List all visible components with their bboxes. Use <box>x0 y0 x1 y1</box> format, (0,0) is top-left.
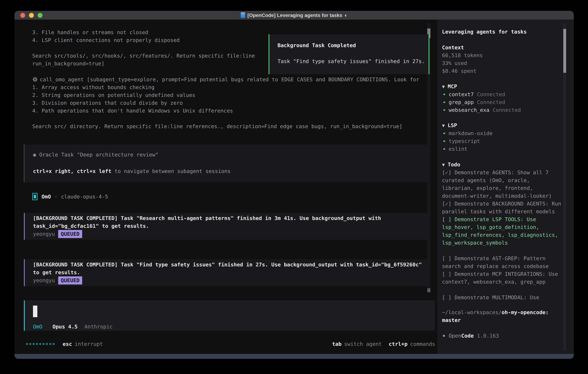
todo-item: [✓] Demonstrate BACKGROUND AGENTS: Run p… <box>442 200 564 216</box>
context-stat: 33% used <box>442 59 564 67</box>
context-stat: 66,518 tokens <box>442 52 564 59</box>
message-block: [BACKGROUND TASK COMPLETED] Task "Find t… <box>24 259 429 286</box>
tool-call-line: Search src/ directory. Return specific f… <box>32 123 419 130</box>
title-bar: [OpenCode] Leveraging agents for tasks ◐ <box>14 11 574 20</box>
lsp-section-header[interactable]: ▼LSP <box>442 122 564 129</box>
sidebar: Leveraging agents for tasks Context 66,5… <box>437 20 574 354</box>
mcp-item: context7Connected <box>442 91 564 98</box>
shortcut-key-ctrlp: ctrl+p <box>389 341 408 347</box>
spinner-dot-icon <box>43 343 44 345</box>
sidebar-scrollbar[interactable] <box>563 23 566 350</box>
message-text: [BACKGROUND TASK COMPLETED] Task "Find t… <box>33 261 423 276</box>
brand-dim: Open <box>449 332 461 340</box>
chevron-down-icon: ▼ <box>442 84 445 89</box>
shortcut-label-interrupt: interrupt <box>75 341 103 347</box>
oracle-task-heading: ◉ Oracle Task "Deep architecture review" <box>33 151 429 159</box>
status-badge: QUEUED <box>58 230 82 238</box>
chevron-down-icon: ▼ <box>442 162 445 167</box>
spinner-dot-icon <box>36 343 38 345</box>
traffic-lights <box>20 13 42 18</box>
lsp-item: eslint <box>442 145 564 153</box>
tool-call-line: 2. String operations on potentially unde… <box>32 91 419 99</box>
zoom-button[interactable] <box>38 13 42 18</box>
agent-icon <box>32 193 37 200</box>
session-title: Leveraging agents for tasks <box>442 28 564 36</box>
oracle-task-panel: ◉ Oracle Task "Deep architecture review"… <box>24 145 429 182</box>
workspace-path: ~/local-workspaces/oh-my-opencode: <box>442 309 564 316</box>
version-row: Open Code 1.0.163 <box>442 332 564 340</box>
connected-dot-icon <box>443 140 445 142</box>
connected-dot-icon <box>443 148 445 150</box>
connected-dot-icon <box>443 133 445 134</box>
scrollback-output: 3. File handles or streams not closed4. … <box>32 29 255 68</box>
main-scrollbar-indicator <box>427 288 430 292</box>
hint-text: to navigate between subagent sessions <box>111 168 231 174</box>
spinner-dots <box>26 343 54 345</box>
connected-dot-icon <box>443 94 445 95</box>
sidebar-scrollbar-thumb[interactable] <box>563 29 566 73</box>
spinner-dot-icon <box>33 343 35 345</box>
background-task-notification: Background Task Completed Task "Find typ… <box>269 34 430 74</box>
app-window: [OpenCode] Leveraging agents for tasks ◐… <box>14 11 574 359</box>
status-bar: esc interrupt tab switch agent ctrl+p co… <box>26 340 435 348</box>
context-stats: 66,518 tokens33% used$0.46 spent <box>442 52 564 75</box>
loader-icon: ◐ <box>345 12 348 18</box>
shortcut-pair: ctrl+p commands <box>389 341 435 347</box>
mcp-list: context7Connectedgrep_appConnectedwebsea… <box>442 91 564 114</box>
window-title: [OpenCode] Leveraging agents for tasks <box>247 12 342 18</box>
minimize-button[interactable] <box>29 13 34 18</box>
output-line: run_in_background=true] <box>32 60 255 68</box>
mcp-section-header[interactable]: ▼MCP <box>442 83 564 91</box>
model-short-label: OmO <box>33 324 42 330</box>
connected-dot-icon <box>443 102 445 103</box>
tool-call-line <box>32 115 419 123</box>
mcp-item: grep_appConnected <box>442 98 564 106</box>
tool-call-line: 4. Path operations that don't handle Win… <box>32 107 419 115</box>
hint-keys: ctrl+x right, ctrl+x left <box>33 168 111 174</box>
input-model-footer: OmO Opus 4.5 Anthropic <box>33 323 113 330</box>
message-author: yeongyu <box>33 230 55 238</box>
prompt-input[interactable]: OmO Opus 4.5 Anthropic <box>24 300 435 331</box>
spinner-dot-icon <box>53 343 54 345</box>
todo-item: [ ] Demonstrate AST-GREP: Pattern search… <box>442 255 564 270</box>
todo-section-header[interactable]: ▼Todo <box>442 161 564 169</box>
status-badge: QUEUED <box>58 276 82 284</box>
output-line: 3. File handles or streams not closed <box>32 29 255 36</box>
model-provider-label: Anthropic <box>84 324 113 330</box>
brand-bold: Code <box>461 332 474 340</box>
lsp-item: typescript <box>442 137 564 145</box>
tool-call-line: 1. Array access without bounds checking <box>32 83 419 91</box>
shortcut-pair: tab switch agent <box>332 341 382 347</box>
todo-item: [✓] Demonstrate AGENTS: Show all 7 curat… <box>442 169 564 200</box>
todo-item: [ ] Demonstrate MULTIMODAL: Use <box>442 294 564 301</box>
model-name-label: Opus 4.5 <box>52 324 78 330</box>
spinner-dot-icon <box>39 343 41 345</box>
notification-title: Background Task Completed <box>277 42 429 49</box>
agent-header: OmO · claude-opus-4-5 <box>32 192 108 201</box>
tool-call-output: call_omo_agent [subagent_type=explore, p… <box>32 76 419 130</box>
lsp-item: markdown-oxide <box>442 129 564 137</box>
tool-call-line: 3. Division operations that could divide… <box>32 99 419 107</box>
separator-dot: · <box>54 194 58 200</box>
lsp-list: markdown-oxidetypescripteslint <box>442 129 564 153</box>
notification-body: Task "Find type safety issues" finished … <box>277 57 429 65</box>
document-icon <box>241 12 245 18</box>
close-button[interactable] <box>20 13 25 18</box>
window-bottom-bar <box>14 354 574 359</box>
message-author: yeongyu <box>33 277 55 284</box>
status-dot-icon <box>443 335 445 337</box>
todo-item: [ ] Demonstrate MCP INTEGRATIONS: Use co… <box>442 270 564 286</box>
message-text: [BACKGROUND TASK COMPLETED] Task "Resear… <box>33 214 423 230</box>
output-line: 4. LSP client connections not properly d… <box>32 36 255 44</box>
tool-call-line: call_omo_agent [subagent_type=explore, p… <box>32 76 419 83</box>
text-cursor <box>33 306 37 317</box>
shortcut-label-switch-agent: switch agent <box>344 341 382 347</box>
version-number: 1.0.163 <box>477 332 499 340</box>
chevron-down-icon: ▼ <box>442 123 445 128</box>
todo-item: [ ] Demonstrate LSP TOOLS: Use lsp_hover… <box>442 216 564 247</box>
subagent-navigation-hint: ctrl+x right, ctrl+x left to navigate be… <box>33 167 429 175</box>
shortcut-key-tab: tab <box>332 341 341 347</box>
shortcut-label-commands: commands <box>410 341 435 347</box>
agent-name: OmO <box>42 194 51 200</box>
window-title-group: [OpenCode] Leveraging agents for tasks ◐ <box>241 12 347 18</box>
